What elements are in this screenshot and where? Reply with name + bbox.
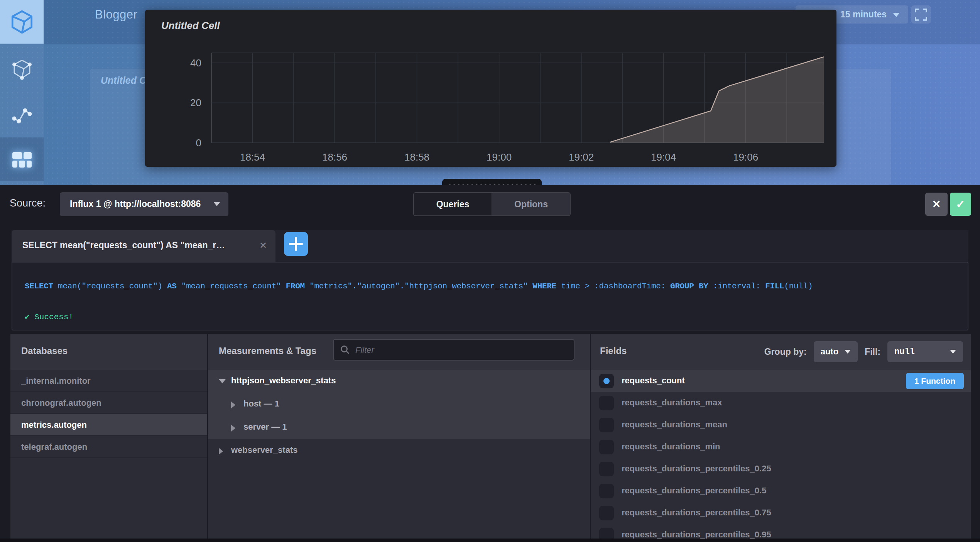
sidebar-item-dashboards[interactable] (0, 137, 44, 181)
fill-label: Fill: (865, 347, 880, 357)
fullscreen-icon (915, 8, 927, 21)
sidebar-item-data-explorer[interactable] (0, 93, 44, 136)
databases-column: Databases _internal.monitorchronograf.au… (10, 334, 207, 539)
cell-preview-graph[interactable]: 0204018:5418:5618:5819:0019:0219:0419:06 (145, 10, 836, 167)
function-count-badge[interactable]: 1 Function (906, 373, 964, 389)
field-item[interactable]: requests_durations_min (591, 436, 971, 458)
field-item[interactable]: requests_durations_percentiles_0.75 (591, 502, 971, 524)
nav-sidebar (0, 0, 44, 185)
database-item[interactable]: telegraf.autogen (10, 436, 207, 458)
databases-header: Databases (10, 334, 207, 370)
measurements-header: Measurements & Tags (208, 334, 590, 370)
tag-item[interactable]: server — 1 (208, 416, 590, 439)
chevron-down-icon (845, 350, 851, 354)
svg-text:20: 20 (190, 97, 201, 108)
svg-text:19:02: 19:02 (569, 151, 594, 163)
chronograf-logo-icon (9, 9, 35, 35)
field-item[interactable]: requests_durations_mean (591, 414, 971, 436)
tab-queries[interactable]: Queries (414, 193, 492, 215)
filter-input[interactable] (355, 340, 568, 361)
checkbox-icon[interactable] (599, 440, 614, 454)
svg-text:0: 0 (196, 137, 201, 149)
database-item[interactable]: metrics.autogen (10, 414, 207, 436)
search-icon (340, 345, 350, 355)
measurement-filter[interactable] (333, 339, 574, 361)
database-item[interactable]: chronograf.autogen (10, 392, 207, 414)
svg-text:19:00: 19:00 (487, 151, 512, 163)
field-item[interactable]: requests_durations_max (591, 392, 971, 414)
checkbox-icon[interactable] (599, 506, 614, 520)
checkbox-icon[interactable] (599, 418, 614, 432)
svg-text:19:04: 19:04 (651, 151, 676, 163)
query-code-panel[interactable]: SELECT mean("requests_count") AS "mean_r… (12, 262, 968, 330)
group-by-label: Group by: (764, 347, 807, 357)
svg-text:18:54: 18:54 (240, 151, 265, 163)
caret-down-icon[interactable] (219, 379, 226, 383)
field-item[interactable]: requests_durations_percentiles_0.25 (591, 458, 971, 480)
database-item[interactable]: _internal.monitor (10, 370, 207, 392)
svg-text:18:56: 18:56 (322, 151, 347, 163)
tab-options[interactable]: Options (492, 193, 570, 215)
fields-column: Fields Group by: auto Fill: null request… (591, 334, 971, 539)
save-button[interactable]: ✓ (950, 193, 971, 216)
checkbox-icon[interactable] (599, 396, 614, 410)
checkbox-icon[interactable] (599, 528, 614, 539)
source-value: Influx 1 @ http://localhost:8086 (70, 199, 201, 209)
query-tab-label: SELECT mean("requests_count") AS "mean_r… (22, 240, 254, 251)
graph-pulse-icon (11, 104, 33, 125)
svg-text:18:58: 18:58 (404, 151, 429, 163)
fields-list: requests_count1 Functionrequests_duratio… (591, 370, 971, 539)
tag-item[interactable]: host — 1 (208, 393, 590, 416)
cell-preview-title: Untitled Cell (161, 20, 220, 32)
dashboards-grid-icon (10, 149, 34, 170)
checkbox-checked-icon[interactable] (599, 374, 614, 388)
caret-right-icon[interactable] (231, 425, 235, 432)
chevron-down-icon (893, 13, 900, 17)
editor-mode-tabs: Queries Options (413, 192, 571, 216)
sidebar-item-hosts[interactable] (0, 47, 44, 91)
source-dropdown[interactable]: Influx 1 @ http://localhost:8086 (60, 192, 228, 216)
time-range-label: 15 minutes (840, 9, 887, 20)
measurement-item[interactable]: httpjson_webserver_stats (208, 370, 590, 393)
success-check-icon: ✔ (25, 313, 30, 322)
cell-preview-panel: 0204018:5418:5618:5819:0019:0219:0419:06… (145, 10, 836, 167)
sidebar-logo-tile[interactable] (0, 0, 44, 44)
field-item[interactable]: requests_durations_percentiles_0.95 (591, 524, 971, 539)
presentation-mode-button[interactable] (911, 5, 931, 24)
cell-editor-panel: Source: Influx 1 @ http://localhost:8086… (0, 185, 980, 539)
field-item[interactable]: requests_durations_percentiles_0.5 (591, 480, 971, 502)
caret-right-icon[interactable] (219, 448, 223, 455)
checkbox-icon[interactable] (599, 462, 614, 476)
checkbox-icon[interactable] (599, 484, 614, 498)
chevron-down-icon (950, 350, 956, 354)
svg-text:19:06: 19:06 (733, 151, 758, 163)
field-item[interactable]: requests_count1 Function (591, 370, 971, 392)
databases-list: _internal.monitorchronograf.autogenmetri… (10, 370, 207, 539)
chevron-down-icon (214, 202, 220, 206)
dashboard-title: Blogger (95, 8, 137, 22)
cancel-button[interactable]: ✕ (925, 193, 948, 216)
group-by-dropdown[interactable]: auto (814, 341, 858, 362)
query-status: ✔ Success! (25, 312, 73, 322)
caret-right-icon[interactable] (231, 401, 235, 408)
add-query-button[interactable] (284, 232, 308, 256)
close-icon[interactable]: ✕ (259, 240, 267, 251)
success-text: Success! (34, 313, 73, 322)
chronograf-app: Blogger Untitled Cell 15 minutes (0, 0, 980, 542)
fill-dropdown[interactable]: null (887, 341, 963, 362)
measurements-tree: httpjson_webserver_statshost — 1server —… (208, 370, 590, 539)
bottom-edge (0, 539, 980, 542)
fields-header: Fields Group by: auto Fill: null (591, 334, 971, 370)
source-label: Source: (10, 191, 46, 215)
hosts-icon (11, 58, 33, 80)
measurements-column: Measurements & Tags httpjson_webserver_s… (208, 334, 590, 539)
query-text: SELECT mean("requests_count") AS "mean_r… (25, 282, 958, 291)
measurement-item[interactable]: webserver_stats (208, 439, 590, 462)
query-tab[interactable]: SELECT mean("requests_count") AS "mean_r… (12, 230, 275, 262)
svg-text:40: 40 (190, 57, 201, 69)
